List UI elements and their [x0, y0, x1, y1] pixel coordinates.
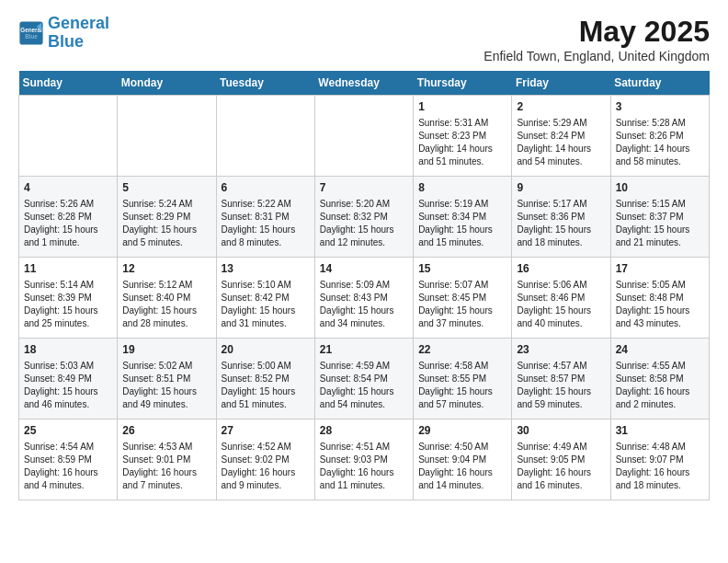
day-info: Daylight: 15 hours: [320, 224, 408, 236]
day-info: Daylight: 16 hours: [222, 466, 310, 479]
day-info: Daylight: 16 hours: [122, 466, 210, 479]
day-info: Sunset: 8:37 PM: [616, 211, 704, 224]
day-number: 25: [24, 423, 112, 439]
day-info: Sunset: 8:46 PM: [517, 292, 605, 304]
day-info: and 2 minutes.: [616, 398, 704, 411]
day-info: Sunrise: 5:26 AM: [24, 198, 112, 211]
day-info: Sunset: 9:02 PM: [222, 454, 310, 466]
day-cell: 7Sunrise: 5:20 AMSunset: 8:32 PMDaylight…: [314, 177, 413, 258]
day-cell: 14Sunrise: 5:09 AMSunset: 8:43 PMDayligh…: [314, 258, 413, 339]
day-cell: 5Sunrise: 5:24 AMSunset: 8:29 PMDaylight…: [118, 177, 216, 258]
day-info: Daylight: 15 hours: [517, 304, 605, 317]
day-number: 2: [517, 99, 605, 115]
day-cell: 18Sunrise: 5:03 AMSunset: 8:49 PMDayligh…: [19, 339, 118, 419]
day-cell: 10Sunrise: 5:15 AMSunset: 8:37 PMDayligh…: [610, 177, 709, 258]
header-saturday: Saturday: [610, 71, 709, 96]
day-cell: [118, 96, 216, 177]
day-info: Daylight: 16 hours: [517, 466, 605, 479]
day-info: Sunset: 8:55 PM: [418, 373, 506, 385]
day-info: Sunrise: 4:50 AM: [418, 441, 506, 454]
calendar-table: SundayMondayTuesdayWednesdayThursdayFrid…: [18, 71, 710, 500]
day-cell: 25Sunrise: 4:54 AMSunset: 8:59 PMDayligh…: [19, 419, 118, 500]
day-info: Sunset: 8:52 PM: [222, 373, 310, 385]
day-info: Sunset: 8:51 PM: [122, 373, 210, 385]
day-info: Sunset: 8:39 PM: [24, 292, 112, 304]
day-cell: 19Sunrise: 5:02 AMSunset: 8:51 PMDayligh…: [118, 339, 216, 419]
day-info: Daylight: 15 hours: [320, 385, 408, 398]
day-info: Daylight: 15 hours: [122, 224, 210, 236]
day-cell: 12Sunrise: 5:12 AMSunset: 8:40 PMDayligh…: [118, 258, 216, 339]
day-info: Sunrise: 4:49 AM: [517, 441, 605, 454]
day-info: Sunset: 8:24 PM: [517, 130, 605, 143]
day-cell: 13Sunrise: 5:10 AMSunset: 8:42 PMDayligh…: [216, 258, 314, 339]
day-info: and 58 minutes.: [616, 155, 704, 168]
day-info: Sunset: 8:58 PM: [616, 373, 704, 385]
week-row-3: 11Sunrise: 5:14 AMSunset: 8:39 PMDayligh…: [19, 258, 710, 339]
day-cell: 17Sunrise: 5:05 AMSunset: 8:48 PMDayligh…: [610, 258, 709, 339]
day-info: Sunset: 8:26 PM: [616, 130, 704, 143]
day-info: Daylight: 15 hours: [222, 385, 310, 398]
day-info: Sunrise: 4:55 AM: [616, 360, 704, 373]
day-info: Sunset: 9:07 PM: [616, 454, 704, 466]
header-monday: Monday: [118, 71, 216, 96]
day-cell: 27Sunrise: 4:52 AMSunset: 9:02 PMDayligh…: [216, 419, 314, 500]
day-number: 1: [418, 99, 506, 115]
day-info: Daylight: 15 hours: [517, 224, 605, 236]
day-info: Sunrise: 5:24 AM: [122, 198, 210, 211]
day-info: and 18 minutes.: [517, 236, 605, 249]
day-info: Sunset: 8:29 PM: [122, 211, 210, 224]
day-info: and 43 minutes.: [616, 317, 704, 330]
day-info: Sunrise: 5:14 AM: [24, 279, 112, 292]
day-info: Sunset: 8:23 PM: [418, 130, 506, 143]
location-title: Enfield Town, England, United Kingdom: [483, 49, 710, 63]
day-info: and 57 minutes.: [418, 398, 506, 411]
day-info: and 16 minutes.: [517, 479, 605, 492]
day-info: Sunset: 8:48 PM: [616, 292, 704, 304]
day-number: 24: [616, 342, 704, 358]
day-info: Sunset: 8:28 PM: [24, 211, 112, 224]
day-info: and 5 minutes.: [122, 236, 210, 249]
day-info: Sunset: 9:04 PM: [418, 454, 506, 466]
day-number: 21: [320, 342, 408, 358]
day-info: Daylight: 15 hours: [24, 385, 112, 398]
day-info: Sunrise: 4:51 AM: [320, 441, 408, 454]
day-cell: 15Sunrise: 5:07 AMSunset: 8:45 PMDayligh…: [414, 258, 512, 339]
day-info: and 59 minutes.: [517, 398, 605, 411]
day-cell: [19, 96, 118, 177]
day-info: Daylight: 16 hours: [616, 466, 704, 479]
header-wednesday: Wednesday: [314, 71, 413, 96]
day-info: Sunrise: 5:29 AM: [517, 117, 605, 130]
day-info: Sunset: 8:43 PM: [320, 292, 408, 304]
day-info: Daylight: 16 hours: [24, 466, 112, 479]
day-number: 3: [616, 99, 704, 115]
day-info: and 18 minutes.: [616, 479, 704, 492]
day-info: Sunrise: 5:22 AM: [222, 198, 310, 211]
day-info: Daylight: 15 hours: [24, 224, 112, 236]
logo-general: General: [48, 14, 109, 32]
day-info: and 34 minutes.: [320, 317, 408, 330]
day-info: Sunset: 9:05 PM: [517, 454, 605, 466]
day-info: Sunrise: 5:15 AM: [616, 198, 704, 211]
day-number: 12: [122, 261, 210, 277]
day-cell: 16Sunrise: 5:06 AMSunset: 8:46 PMDayligh…: [512, 258, 610, 339]
day-info: and 46 minutes.: [24, 398, 112, 411]
logo-blue: Blue: [48, 32, 84, 51]
day-info: Sunset: 8:34 PM: [418, 211, 506, 224]
day-info: Daylight: 14 hours: [418, 143, 506, 155]
day-info: Sunrise: 5:03 AM: [24, 360, 112, 373]
day-number: 8: [418, 180, 506, 196]
day-cell: 1Sunrise: 5:31 AMSunset: 8:23 PMDaylight…: [414, 96, 512, 177]
logo-text: General Blue: [48, 15, 109, 52]
day-info: Sunset: 8:49 PM: [24, 373, 112, 385]
day-number: 15: [418, 261, 506, 277]
day-info: Daylight: 14 hours: [616, 143, 704, 155]
day-info: Sunrise: 4:57 AM: [517, 360, 605, 373]
day-cell: 9Sunrise: 5:17 AMSunset: 8:36 PMDaylight…: [512, 177, 610, 258]
day-info: Sunrise: 5:05 AM: [616, 279, 704, 292]
day-info: Sunset: 9:03 PM: [320, 454, 408, 466]
day-info: Daylight: 15 hours: [320, 304, 408, 317]
day-number: 30: [517, 423, 605, 439]
day-info: and 8 minutes.: [222, 236, 310, 249]
day-info: Sunrise: 5:09 AM: [320, 279, 408, 292]
day-cell: 3Sunrise: 5:28 AMSunset: 8:26 PMDaylight…: [610, 96, 709, 177]
